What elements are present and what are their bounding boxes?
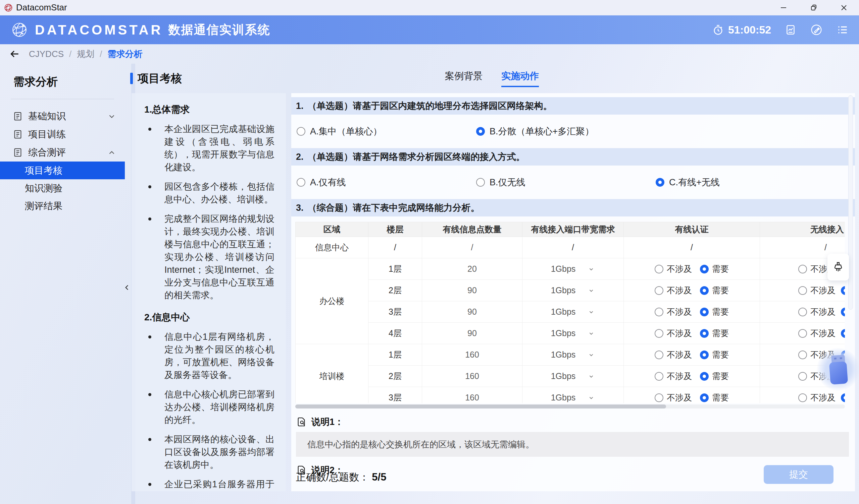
- radio-selected[interactable]: [700, 308, 709, 316]
- answer-option[interactable]: B.仅无线: [476, 176, 655, 188]
- points-cell[interactable]: 20: [422, 258, 523, 280]
- wireless-option[interactable]: 需要: [841, 285, 845, 296]
- breadcrumb-item[interactable]: 需求分析: [107, 48, 142, 60]
- bandwidth-select[interactable]: 1Gbps: [523, 285, 623, 295]
- radio-selected[interactable]: [476, 127, 485, 136]
- points-cell[interactable]: 160: [422, 366, 523, 387]
- radio-selected[interactable]: [841, 286, 845, 295]
- radio-selected[interactable]: [700, 393, 709, 402]
- radio-unselected[interactable]: [476, 178, 485, 187]
- auth-option[interactable]: 需要: [700, 392, 729, 403]
- radio-selected[interactable]: [841, 329, 845, 338]
- radio-selected[interactable]: [841, 308, 845, 316]
- radio-selected[interactable]: [700, 265, 709, 273]
- points-cell[interactable]: 90: [422, 301, 523, 323]
- radio-selected[interactable]: [700, 372, 709, 381]
- bandwidth-select[interactable]: 1Gbps: [523, 393, 623, 403]
- requirements-panel[interactable]: 1.总体需求本企业园区已完成基础设施建设（含强电、弱电系统），现需开展数字与信息…: [132, 93, 286, 491]
- bandwidth-cell: /: [523, 237, 624, 258]
- wireless-option[interactable]: 需要: [841, 328, 845, 339]
- breadcrumb-item[interactable]: CJYDCS: [29, 49, 64, 59]
- auth-option[interactable]: 需要: [700, 306, 729, 317]
- sidebar-subitem[interactable]: 项目考核: [0, 161, 125, 179]
- radio-unselected[interactable]: [798, 350, 807, 359]
- radio-selected[interactable]: [700, 350, 709, 359]
- tab-inactive[interactable]: 案例背景: [445, 70, 483, 87]
- menu-list-icon[interactable]: [836, 23, 849, 36]
- usb-widget[interactable]: [817, 348, 859, 391]
- bandwidth-select[interactable]: 1Gbps: [523, 307, 623, 317]
- radio-unselected[interactable]: [297, 178, 305, 187]
- sidebar-subitem[interactable]: 测评结果: [0, 197, 125, 215]
- sidebar-item[interactable]: 基础知识: [0, 107, 125, 125]
- radio-unselected[interactable]: [798, 393, 807, 402]
- points-cell[interactable]: 160: [422, 387, 523, 404]
- tools-icon[interactable]: [810, 23, 823, 36]
- minimize-button[interactable]: [768, 0, 799, 15]
- radio-selected[interactable]: [841, 393, 845, 402]
- auth-option[interactable]: 不涉及: [655, 371, 692, 382]
- bandwidth-select[interactable]: 1Gbps: [523, 264, 623, 274]
- radio-unselected[interactable]: [798, 372, 807, 381]
- wireless-option[interactable]: 不涉及: [798, 306, 835, 317]
- wireless-option[interactable]: 需要: [841, 306, 845, 317]
- auth-option[interactable]: 不涉及: [655, 392, 692, 403]
- sidebar-subitem[interactable]: 知识测验: [0, 179, 125, 197]
- radio-unselected[interactable]: [655, 308, 663, 316]
- auth-option[interactable]: 不涉及: [655, 328, 692, 339]
- sidebar-item[interactable]: 项目训练: [0, 125, 125, 143]
- bandwidth-select[interactable]: 1Gbps: [523, 371, 623, 381]
- auth-option[interactable]: 需要: [700, 349, 729, 360]
- answer-option[interactable]: A.仅有线: [297, 176, 476, 188]
- answer-option-label: C.有线+无线: [669, 176, 720, 188]
- scrollbar-thumb[interactable]: [295, 405, 666, 409]
- document-icon: [13, 129, 23, 139]
- wireless-option[interactable]: 不涉及: [798, 392, 835, 403]
- auth-option[interactable]: 需要: [700, 285, 729, 296]
- restore-button[interactable]: [799, 0, 829, 15]
- radio-selected[interactable]: [655, 178, 664, 187]
- auth-option-label: 不涉及: [667, 392, 692, 403]
- back-arrow-icon[interactable]: [10, 49, 20, 59]
- table-horizontal-scrollbar[interactable]: [295, 405, 845, 409]
- bandwidth-select[interactable]: 1Gbps: [523, 328, 623, 338]
- submit-button[interactable]: 提交: [764, 465, 833, 484]
- bandwidth-select[interactable]: 1Gbps: [523, 350, 623, 360]
- points-cell[interactable]: 90: [422, 280, 523, 301]
- answer-option[interactable]: C.有线+无线: [655, 176, 835, 188]
- radio-unselected[interactable]: [655, 350, 663, 359]
- breadcrumb-item[interactable]: 规划: [77, 48, 94, 60]
- radio-unselected[interactable]: [655, 286, 663, 295]
- clear-tool-button[interactable]: [827, 254, 849, 281]
- sidebar-item[interactable]: 综合测评: [0, 143, 125, 161]
- radio-selected[interactable]: [700, 286, 709, 295]
- radio-unselected[interactable]: [297, 127, 305, 136]
- radio-unselected[interactable]: [798, 265, 807, 273]
- tab-active[interactable]: 实施动作: [501, 70, 539, 87]
- radio-unselected[interactable]: [798, 329, 807, 338]
- wireless-option[interactable]: 不涉及: [798, 285, 835, 296]
- auth-option[interactable]: 需要: [700, 263, 729, 274]
- radio-unselected[interactable]: [655, 372, 663, 381]
- points-cell[interactable]: 160: [422, 344, 523, 366]
- auth-option[interactable]: 不涉及: [655, 349, 692, 360]
- close-button[interactable]: [829, 0, 859, 15]
- radio-unselected[interactable]: [655, 329, 663, 338]
- points-cell[interactable]: 90: [422, 323, 523, 344]
- answer-option[interactable]: A.集中（单核心）: [297, 125, 476, 137]
- auth-option[interactable]: 不涉及: [655, 285, 692, 296]
- auth-option[interactable]: 不涉及: [655, 263, 692, 274]
- wireless-option[interactable]: 需要: [841, 392, 845, 403]
- radio-unselected[interactable]: [798, 308, 807, 316]
- radio-unselected[interactable]: [655, 265, 663, 273]
- vertical-scrollbar[interactable]: [848, 95, 853, 310]
- auth-option[interactable]: 需要: [700, 371, 729, 382]
- radio-unselected[interactable]: [655, 393, 663, 402]
- radio-selected[interactable]: [700, 329, 709, 338]
- answer-option[interactable]: B.分散（单核心+多汇聚）: [476, 125, 655, 137]
- auth-option[interactable]: 需要: [700, 328, 729, 339]
- radio-unselected[interactable]: [798, 286, 807, 295]
- report-icon[interactable]: [784, 24, 797, 36]
- wireless-option[interactable]: 不涉及: [798, 328, 835, 339]
- auth-option[interactable]: 不涉及: [655, 306, 692, 317]
